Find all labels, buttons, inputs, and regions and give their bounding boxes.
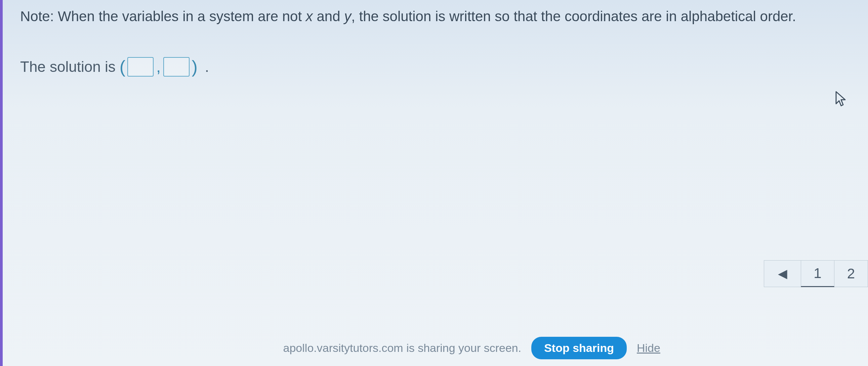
open-paren: ( [120, 57, 125, 77]
cursor-icon [834, 91, 848, 107]
chevron-left-icon: ◀ [778, 267, 787, 281]
pagination-page-2[interactable]: 2 [834, 260, 868, 287]
stop-sharing-button[interactable]: Stop sharing [531, 337, 627, 359]
solution-line: The solution is ( , ) . [20, 57, 855, 77]
hide-link[interactable]: Hide [637, 341, 660, 355]
solution-period: . [205, 59, 209, 75]
pagination-prev-button[interactable]: ◀ [764, 260, 801, 287]
close-paren: ) [191, 57, 197, 77]
solution-input-1[interactable] [127, 57, 154, 76]
solution-label: The solution is [20, 59, 116, 75]
note-var-x: x [306, 8, 313, 24]
solution-input-group: ( , ) [120, 57, 197, 77]
left-accent-border [0, 0, 3, 366]
solution-comma: , [156, 58, 161, 76]
content-area: Note: When the variables in a system are… [0, 0, 868, 84]
pagination: ◀ 1 2 [764, 260, 868, 287]
note-prefix: Note: When the variables in a system are… [20, 8, 306, 24]
note-var-y: y [344, 8, 351, 24]
pagination-page-1[interactable]: 1 [801, 260, 834, 287]
solution-input-2[interactable] [163, 57, 189, 76]
note-text: Note: When the variables in a system are… [20, 7, 855, 27]
note-mid: and [313, 8, 344, 24]
screen-sharing-bar: apollo.varsitytutors.com is sharing your… [283, 337, 660, 359]
note-suffix: , the solution is written so that the co… [351, 8, 796, 24]
sharing-status-text: apollo.varsitytutors.com is sharing your… [283, 341, 522, 355]
